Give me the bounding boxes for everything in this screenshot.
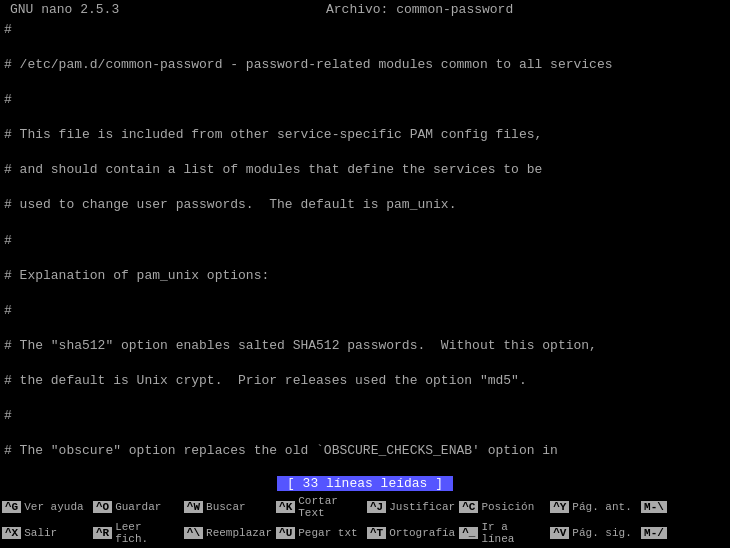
action-label-r0-c4: Justificar: [389, 501, 455, 513]
key-label-r1-c2: ^\: [184, 527, 203, 539]
status-text: [ 33 líneas leídas ]: [277, 476, 453, 491]
content-line: # This file is included from other servi…: [4, 126, 726, 144]
file-title: Archivo: common-password: [326, 2, 513, 17]
action-label-r0-c1: Guardar: [115, 501, 161, 513]
content-line: # the default is Unix crypt. Prior relea…: [4, 372, 726, 390]
bottom-item-r1-c6[interactable]: ^VPág. sig.: [548, 520, 639, 546]
title-bar: GNU nano 2.5.3 Archivo: common-password: [0, 0, 730, 19]
bottom-item-r1-c0[interactable]: ^XSalir: [0, 520, 91, 546]
key-label-r0-c1: ^O: [93, 501, 112, 513]
bottom-item-r1-c3[interactable]: ^UPegar txt: [274, 520, 365, 546]
key-label-r0-c3: ^K: [276, 501, 295, 513]
action-label-r1-c5: Ir a línea: [481, 521, 546, 545]
key-label-r1-c5: ^_: [459, 527, 478, 539]
bottom-item-r0-c2[interactable]: ^WBuscar: [182, 494, 274, 520]
status-bar: [ 33 líneas leídas ]: [0, 475, 730, 492]
bottom-item-r1-c1[interactable]: ^RLeer fich.: [91, 520, 182, 546]
key-label-r1-c1: ^R: [93, 527, 112, 539]
key-label-r0-c6: ^Y: [550, 501, 569, 513]
bottom-bar: ^GVer ayuda^OGuardar^WBuscar^KCortar Tex…: [0, 492, 730, 548]
bottom-item-r1-c4[interactable]: ^TOrtografía: [365, 520, 457, 546]
content-line: #: [4, 302, 726, 320]
key-label-r1-c0: ^X: [2, 527, 21, 539]
content-line: #: [4, 407, 726, 425]
key-label-r0-c5: ^C: [459, 501, 478, 513]
bottom-item-r1-c2[interactable]: ^\Reemplazar: [182, 520, 274, 546]
key-label-r1-c4: ^T: [367, 527, 386, 539]
key-label-r0-c2: ^W: [184, 501, 203, 513]
action-label-r0-c3: Cortar Text: [298, 495, 363, 519]
key-label-r1-c7: M-/: [641, 527, 667, 539]
action-label-r0-c6: Pág. ant.: [572, 501, 631, 513]
bottom-item-r0-c4[interactable]: ^JJustificar: [365, 494, 457, 520]
key-label-r1-c3: ^U: [276, 527, 295, 539]
action-label-r1-c2: Reemplazar: [206, 527, 272, 539]
bottom-item-r0-c0[interactable]: ^GVer ayuda: [0, 494, 91, 520]
nano-version: GNU nano 2.5.3: [10, 2, 119, 17]
content-line: #: [4, 232, 726, 250]
content-line: # The "sha512" option enables salted SHA…: [4, 337, 726, 355]
content-line: # used to change user passwords. The def…: [4, 196, 726, 214]
key-label-r0-c0: ^G: [2, 501, 21, 513]
action-label-r0-c5: Posición: [481, 501, 534, 513]
file-content[interactable]: # # /etc/pam.d/common-password - passwor…: [0, 19, 730, 475]
bottom-item-r0-c5[interactable]: ^CPosición: [457, 494, 548, 520]
key-label-r0-c7: M-\: [641, 501, 667, 513]
action-label-r1-c6: Pág. sig.: [572, 527, 631, 539]
bottom-item-r0-c7[interactable]: M-\: [639, 494, 730, 520]
action-label-r1-c0: Salir: [24, 527, 57, 539]
action-label-r0-c2: Buscar: [206, 501, 246, 513]
bottom-item-r0-c6[interactable]: ^YPág. ant.: [548, 494, 639, 520]
bottom-item-r1-c7[interactable]: M-/: [639, 520, 730, 546]
terminal: GNU nano 2.5.3 Archivo: common-password …: [0, 0, 730, 548]
bottom-item-r0-c3[interactable]: ^KCortar Text: [274, 494, 365, 520]
action-label-r0-c0: Ver ayuda: [24, 501, 83, 513]
key-label-r0-c4: ^J: [367, 501, 386, 513]
key-label-r1-c6: ^V: [550, 527, 569, 539]
bottom-item-r1-c5[interactable]: ^_Ir a línea: [457, 520, 548, 546]
content-line: # /etc/pam.d/common-password - password-…: [4, 56, 726, 74]
content-line: #: [4, 21, 726, 39]
content-line: #: [4, 91, 726, 109]
action-label-r1-c3: Pegar txt: [298, 527, 357, 539]
content-line: # and should contain a list of modules t…: [4, 161, 726, 179]
action-label-r1-c4: Ortografía: [389, 527, 455, 539]
action-label-r1-c1: Leer fich.: [115, 521, 180, 545]
content-line: # The "obscure" option replaces the old …: [4, 442, 726, 460]
bottom-item-r0-c1[interactable]: ^OGuardar: [91, 494, 182, 520]
content-line: # Explanation of pam_unix options:: [4, 267, 726, 285]
